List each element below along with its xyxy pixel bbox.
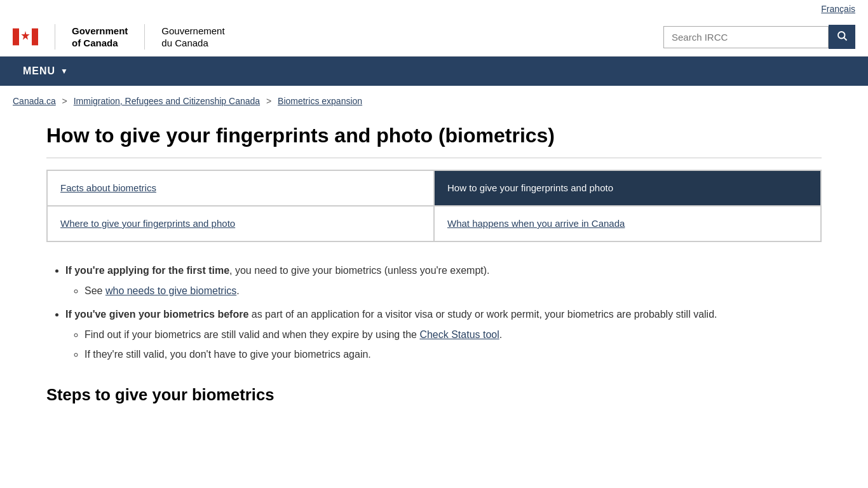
list-item-given-before: If you've given your biometrics before a… <box>65 306 822 363</box>
gov-name-en: Government of Canada <box>72 25 128 50</box>
list-item-first-time: If you're applying for the first time, y… <box>65 262 822 299</box>
search-icon <box>836 30 848 41</box>
french-link[interactable]: Français <box>821 4 855 14</box>
main-list: If you're applying for the first time, y… <box>46 262 822 363</box>
period-2: . <box>499 329 502 340</box>
search-button[interactable] <box>829 25 855 49</box>
check-status-link[interactable]: Check Status tool <box>419 329 499 340</box>
given-before-text: as part of an application for a visitor … <box>248 309 717 320</box>
steps-section-heading: Steps to give your biometrics <box>46 382 822 408</box>
breadcrumb-item-ircc[interactable]: Immigration, Refugees and Citizenship Ca… <box>74 96 260 106</box>
canada-flag-icon <box>13 24 38 50</box>
chevron-down-icon: ▼ <box>60 67 69 76</box>
breadcrumb-item-biometrics[interactable]: Biometrics expansion <box>278 96 362 106</box>
nav-card-what-happens-link[interactable]: What happens when you arrive in Canada <box>447 218 625 229</box>
search-area <box>663 25 855 49</box>
breadcrumb-separator-1: > <box>62 96 67 106</box>
nav-card-how-to-label: How to give your fingerprints and photo <box>447 182 613 193</box>
svg-rect-0 <box>13 29 19 46</box>
nav-bar: MENU ▼ <box>0 57 868 86</box>
given-before-bold: If you've given your biometrics before <box>65 309 248 320</box>
still-valid-text: If they're still valid, you don't have t… <box>85 349 371 360</box>
who-needs-link[interactable]: who needs to give biometrics <box>105 285 236 296</box>
first-time-bold: If you're applying for the first time <box>65 265 229 276</box>
header: Government of Canada Gouvernement du Can… <box>0 18 868 57</box>
period-1: . <box>236 285 239 296</box>
breadcrumb: Canada.ca > Immigration, Refugees and Ci… <box>0 86 868 111</box>
nav-card-facts-link[interactable]: Facts about biometrics <box>60 182 156 193</box>
breadcrumb-separator-2: > <box>266 96 271 106</box>
svg-line-5 <box>844 37 846 40</box>
nav-card-where-link[interactable]: Where to give your fingerprints and phot… <box>60 218 235 229</box>
menu-label: MENU <box>23 65 55 77</box>
search-input[interactable] <box>663 26 829 48</box>
menu-button[interactable]: MENU ▼ <box>13 57 79 86</box>
given-before-sub-item-2: If they're still valid, you don't have t… <box>85 346 822 363</box>
gov-name-fr: Gouvernement du Canada <box>161 25 224 50</box>
nav-card-where[interactable]: Where to give your fingerprints and phot… <box>47 206 434 241</box>
logo-divider-2 <box>144 24 145 50</box>
nav-card-how-to[interactable]: How to give your fingerprints and photo <box>434 170 821 206</box>
page-title: How to give your fingerprints and photo … <box>46 124 822 158</box>
svg-rect-1 <box>32 29 38 46</box>
first-time-sub-item: See who needs to give biometrics. <box>85 283 822 299</box>
svg-point-4 <box>838 32 845 39</box>
content-body: If you're applying for the first time, y… <box>46 262 822 408</box>
nav-card-what-happens[interactable]: What happens when you arrive in Canada <box>434 206 821 241</box>
logo-divider <box>55 24 55 50</box>
main-content: How to give your fingerprints and photo … <box>34 111 834 440</box>
given-before-sub-item-1: Find out if your biometrics are still va… <box>85 327 822 343</box>
given-before-sub-list: Find out if your biometrics are still va… <box>65 327 822 363</box>
logo-area: Government of Canada Gouvernement du Can… <box>13 24 225 50</box>
top-bar: Français <box>0 0 868 18</box>
see-text: See <box>85 285 105 296</box>
find-out-text: Find out if your biometrics are still va… <box>85 329 419 340</box>
nav-cards-grid: Facts about biometrics How to give your … <box>46 170 822 242</box>
first-time-text: , you need to give your biometrics (unle… <box>229 265 489 276</box>
first-time-sub-list: See who needs to give biometrics. <box>65 283 822 299</box>
breadcrumb-item-canada[interactable]: Canada.ca <box>13 96 56 106</box>
nav-card-facts[interactable]: Facts about biometrics <box>47 170 434 206</box>
